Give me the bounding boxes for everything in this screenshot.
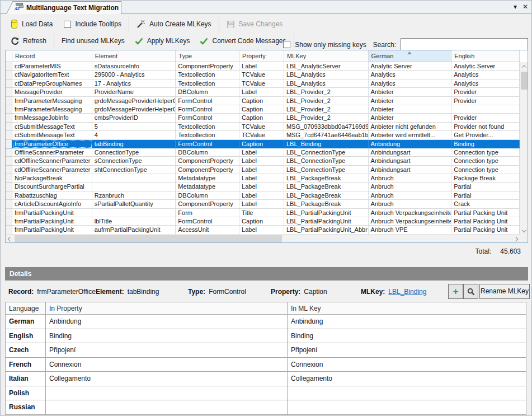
cell-record[interactable]: NoPackageBreak: [12, 174, 92, 183]
search-mlkey-button[interactable]: [463, 284, 478, 299]
table-row[interactable]: frmParameterMessaginggrdoMessageProvider…: [6, 105, 520, 114]
in-property-cell[interactable]: Připojení: [46, 343, 288, 358]
cell-property[interactable]: Caption: [239, 97, 284, 105]
cell-german[interactable]: Anbieter: [369, 105, 452, 114]
mlkey-link[interactable]: LBL_Binding: [388, 288, 426, 296]
cell-german[interactable]: Anbindungsart: [369, 157, 452, 165]
in-property-cell[interactable]: Binding: [46, 329, 288, 343]
cell-english[interactable]: Connection type: [451, 148, 520, 157]
cell-property[interactable]: Label: [239, 200, 284, 208]
cell-type[interactable]: AccessUnit: [176, 226, 239, 234]
cell-record[interactable]: frmMessageJobInfo: [12, 114, 92, 122]
cell-english[interactable]: Provider: [451, 114, 520, 122]
cell-record[interactable]: ctNavigatorItemText: [12, 71, 92, 79]
cell-element[interactable]: aufrmPartialPackingUnit: [92, 226, 176, 234]
row-header[interactable]: [6, 88, 12, 96]
cell-mlkey[interactable]: LBL_Provider_2: [284, 114, 369, 122]
cell-element[interactable]: ConnectionType: [92, 148, 176, 157]
cell-element[interactable]: cmbsProviderID: [92, 114, 176, 122]
cell-german[interactable]: Anbruch Verpackungseinheiten: [369, 209, 452, 217]
table-row[interactable]: ctSubmitMessageText4TextcollectionTCValu…: [6, 131, 520, 139]
cell-mlkey[interactable]: MSG_7cd64741ae6446eab1b: [284, 131, 369, 139]
cell-property[interactable]: Label: [239, 88, 284, 96]
dropdown-caret-icon[interactable]: ▾: [514, 2, 517, 11]
cell-english[interactable]: Partial: [451, 191, 520, 200]
cell-english[interactable]: Package Break: [451, 174, 520, 183]
table-row[interactable]: frmMessageJobInfocmbsProviderIDFormContr…: [6, 114, 520, 122]
cell-type[interactable]: ComponentProperty: [176, 157, 239, 165]
cell-type[interactable]: DBColumn: [176, 88, 239, 96]
cell-english[interactable]: Partial Packing Unit: [451, 217, 520, 226]
cell-mlkey[interactable]: LBL_PackageBreak: [284, 174, 369, 183]
cell-english[interactable]: Partial Packing Unit: [451, 226, 520, 234]
cell-mlkey[interactable]: LBL_ConnectionType: [284, 148, 369, 157]
cell-mlkey[interactable]: LBL_AnalyticServer: [284, 62, 369, 71]
in-mlkey-cell[interactable]: Připojení: [288, 343, 526, 358]
row-header[interactable]: [6, 80, 12, 88]
cell-type[interactable]: Metadatatype: [176, 183, 239, 191]
in-property-cell[interactable]: Anbindung: [46, 315, 288, 329]
cell-type[interactable]: ComponentProperty: [176, 200, 239, 208]
cell-type[interactable]: FormControl: [176, 105, 239, 114]
cell-german[interactable]: Anbruch: [369, 183, 452, 191]
cell-german[interactable]: Anbruch: [369, 174, 452, 183]
in-property-cell[interactable]: Collegamento: [46, 372, 288, 386]
auto-create-mlkeys-button[interactable]: Auto Create MLKeys: [133, 18, 215, 30]
table-row[interactable]: MessageProviderProviderNameDBColumnLabel…: [6, 88, 520, 96]
cell-type[interactable]: FormControl: [176, 114, 239, 122]
row-header[interactable]: [6, 123, 12, 131]
cell-element[interactable]: Rzanbruch: [92, 191, 176, 200]
cell-mlkey[interactable]: LBL_PackageBreak: [284, 183, 369, 191]
cell-english[interactable]: [451, 105, 520, 114]
load-data-button[interactable]: Load Data: [7, 18, 56, 31]
cell-property[interactable]: Label: [239, 226, 284, 234]
cell-english[interactable]: Analytic Server: [451, 62, 520, 71]
cell-record[interactable]: MessageProvider: [12, 88, 92, 96]
cell-record[interactable]: ctSubmitMessageText: [12, 131, 92, 139]
cell-element[interactable]: 17 - Analytics: [92, 80, 176, 88]
column-header-element[interactable]: Element: [92, 50, 176, 62]
rename-mlkey-button[interactable]: Rename MLKey: [479, 284, 530, 299]
add-mlkey-button[interactable]: +: [448, 284, 463, 299]
cell-type[interactable]: Textcollection: [176, 71, 239, 79]
cell-element[interactable]: 5: [92, 123, 176, 131]
cell-english[interactable]: Provider not found: [451, 123, 520, 131]
table-row[interactable]: NoPackageBreakMetadatatypeLabelLBL_Packa…: [6, 174, 520, 183]
row-header[interactable]: [6, 140, 12, 148]
find-unused-mlkeys-button[interactable]: Find unused MLKeys: [58, 35, 128, 46]
cell-english[interactable]: Provider: [451, 88, 520, 96]
cell-record[interactable]: Rabattzuschlag: [12, 191, 92, 200]
row-header[interactable]: [6, 183, 12, 191]
cell-property[interactable]: Title: [239, 209, 284, 217]
cell-mlkey[interactable]: LBL_Provider_2: [284, 88, 369, 96]
cell-german[interactable]: Anbruch Verpackungseinheiten: [369, 217, 452, 226]
cell-type[interactable]: Textcollection: [176, 123, 239, 131]
cell-property[interactable]: Label: [239, 62, 284, 71]
in-property-cell[interactable]: [46, 400, 288, 415]
cell-record[interactable]: frmParameterOffice: [12, 140, 92, 148]
cell-mlkey[interactable]: LBL_Analytics: [284, 71, 369, 79]
cell-record[interactable]: frmPartialPackingUnit: [12, 226, 92, 234]
cell-element[interactable]: [92, 209, 176, 217]
cell-record[interactable]: cArticleDiscountAgioInfo: [12, 200, 92, 208]
cell-english[interactable]: Analytics: [451, 71, 520, 79]
cell-element[interactable]: grdoMessageProviderHelperG: [92, 105, 176, 114]
cell-english[interactable]: Binding: [451, 140, 520, 148]
convert-code-messages-button[interactable]: Convert Code Messages: [196, 35, 289, 46]
cell-type[interactable]: Textcollection: [176, 131, 239, 139]
table-row[interactable]: ctNavigatorItemText295000 - AnalyticsTex…: [6, 71, 520, 79]
cell-german[interactable]: Anbruch VPE: [369, 226, 452, 234]
cell-mlkey[interactable]: LBL_Binding: [284, 140, 369, 148]
cell-property[interactable]: TCValue: [239, 80, 284, 88]
in-mlkey-cell[interactable]: [288, 386, 526, 400]
table-row[interactable]: frmPartialPackingUnitaufrmPartialPacking…: [6, 226, 520, 234]
cell-record[interactable]: frmPartialPackingUnit: [12, 217, 92, 226]
cell-mlkey[interactable]: MSG_070933dbbd0a47169d9: [284, 123, 369, 131]
cell-type[interactable]: DBColumn: [176, 148, 239, 157]
cell-record[interactable]: ctDataPrepGroupNames: [12, 80, 92, 88]
table-row[interactable]: cArticleDiscountAgioInfosPartialPalletQu…: [6, 200, 520, 208]
horizontal-scroll-thumb[interactable]: [15, 235, 282, 242]
row-header[interactable]: [6, 200, 12, 208]
cell-type[interactable]: ComponentProperty: [176, 62, 239, 71]
cell-type[interactable]: Metadatatype: [176, 174, 239, 183]
